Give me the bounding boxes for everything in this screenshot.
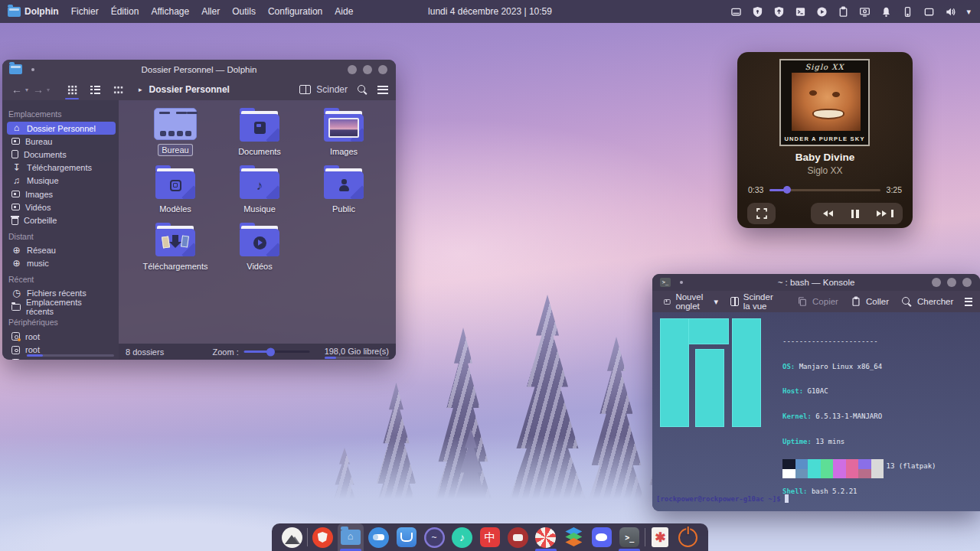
close-button[interactable] xyxy=(378,65,387,74)
sidebar-item-telechargements[interactable]: ↧Téléchargements xyxy=(7,161,116,174)
dock-toggle-settings[interactable] xyxy=(365,523,391,551)
next-button[interactable] xyxy=(877,210,893,217)
sidebar-item-bureau[interactable]: Bureau xyxy=(7,135,116,148)
menu-edition[interactable]: Édition xyxy=(105,6,145,17)
split-view-button[interactable]: Scinder la vue xyxy=(727,292,784,311)
dock-power-off[interactable] xyxy=(675,523,701,551)
konsole-titlebar[interactable]: >_ ~ : bash — Konsole xyxy=(652,274,980,291)
menu-fichier[interactable]: Fichier xyxy=(65,6,105,17)
drop-down-terminal-icon[interactable] xyxy=(795,6,806,18)
folder-telechargements[interactable]: Téléchargements xyxy=(133,223,217,280)
minimize-button[interactable] xyxy=(932,278,941,287)
minimize-button[interactable] xyxy=(348,65,357,74)
dock-app-launcher[interactable] xyxy=(279,523,305,551)
sidebar-item-documents[interactable]: Documents xyxy=(7,148,116,161)
back-button[interactable]: ← xyxy=(10,83,24,96)
expand-caret-icon[interactable]: ▾ xyxy=(966,7,971,17)
folder-images[interactable]: Images xyxy=(302,108,386,165)
breadcrumb[interactable]: Dossier Personnel xyxy=(149,84,230,95)
media-playing-icon[interactable] xyxy=(816,6,828,18)
close-button[interactable] xyxy=(962,278,972,287)
forward-caret-icon[interactable]: ▾ xyxy=(47,86,50,93)
folder-bureau[interactable]: Bureau xyxy=(133,108,217,165)
zoom-slider[interactable] xyxy=(244,350,310,353)
panel-window-icon[interactable] xyxy=(730,6,742,18)
sidebar-item-images[interactable]: Images xyxy=(7,187,116,201)
dock-layers-app[interactable] xyxy=(560,523,586,551)
dock-dolphin[interactable] xyxy=(338,523,364,551)
dock-chinese-app[interactable]: 中 xyxy=(477,523,503,551)
folder-public[interactable]: Public xyxy=(302,165,386,223)
elapsed-time: 0:33 xyxy=(748,185,763,194)
forward-button[interactable]: → xyxy=(31,83,45,96)
details-view-button[interactable] xyxy=(86,81,104,98)
split-button[interactable]: Scinder xyxy=(299,84,348,95)
menu-aide[interactable]: Aide xyxy=(328,6,359,17)
sidebar-item-corbeille[interactable]: Corbeille xyxy=(7,214,116,227)
sidebar-item-music-share[interactable]: ⊕music xyxy=(7,257,116,270)
dolphin-app-icon[interactable] xyxy=(8,7,21,17)
neofetch-separator: ----------------------- xyxy=(782,337,957,346)
zoom-label: Zoom : xyxy=(212,347,238,357)
pause-button[interactable] xyxy=(851,210,859,218)
dock-konsole[interactable]: >_ xyxy=(616,523,642,551)
menu-outils[interactable]: Outils xyxy=(226,6,262,17)
terminal-color-palette xyxy=(782,459,884,478)
back-caret-icon[interactable]: ▾ xyxy=(25,86,28,93)
sidebar-item-emplacements-recents[interactable]: Emplacements récents xyxy=(7,300,116,313)
dock-music-player[interactable]: ♪ xyxy=(449,523,475,551)
touchpad-icon[interactable] xyxy=(923,6,935,18)
hamburger-menu-button[interactable] xyxy=(965,298,972,306)
menu-aller[interactable]: Aller xyxy=(195,6,226,17)
previous-button[interactable] xyxy=(820,210,833,217)
copy-button[interactable]: Copier xyxy=(793,296,842,307)
updates-shield-icon[interactable] xyxy=(773,6,785,18)
paste-button[interactable]: Coller xyxy=(847,296,893,307)
clock[interactable]: lundi 4 décembre 2023 | 10:59 xyxy=(428,6,552,17)
maximize-button[interactable] xyxy=(363,65,372,74)
clipboard-icon[interactable] xyxy=(838,6,849,18)
fullscreen-icon xyxy=(756,208,767,219)
sidebar-item-audiotheque[interactable]: Audiothèque xyxy=(7,357,116,360)
dock-brave-browser[interactable] xyxy=(309,523,335,551)
compact-view-button[interactable] xyxy=(109,81,127,98)
sidebar-item-reseau[interactable]: ⊕Réseau xyxy=(7,244,116,257)
volume-icon[interactable] xyxy=(945,6,956,18)
new-tab-button[interactable]: Nouvel onglet ▾ xyxy=(660,292,722,311)
search-icon xyxy=(901,296,913,308)
maximize-button[interactable] xyxy=(947,278,956,287)
dock-striped-ball-audio-app[interactable] xyxy=(533,523,559,551)
dock-discord[interactable] xyxy=(589,523,615,551)
manjaro-logo xyxy=(660,318,767,427)
sidebar-item-dossier-personnel[interactable]: ⌂Dossier Personnel xyxy=(7,122,116,135)
search-button[interactable] xyxy=(357,84,368,96)
sidebar-item-musique[interactable]: ♫Musique xyxy=(7,174,116,187)
phone-icon[interactable] xyxy=(902,6,913,18)
folder-videos[interactable]: Vidéos xyxy=(217,223,302,280)
sidebar-item-videos[interactable]: Vidéos xyxy=(7,201,116,214)
folder-musique[interactable]: ♪ Musique xyxy=(217,165,302,223)
terminal-area[interactable]: ----------------------- OS: Manjaro Linu… xyxy=(652,312,980,511)
display-icon[interactable] xyxy=(859,6,871,18)
find-button[interactable]: Chercher xyxy=(897,296,957,308)
folder-documents[interactable]: Documents xyxy=(217,108,302,165)
menu-configuration[interactable]: Configuration xyxy=(262,6,328,17)
folder-modeles[interactable]: Modèles xyxy=(133,165,217,223)
dock-discover[interactable] xyxy=(394,523,420,551)
notifications-bell-icon[interactable] xyxy=(880,6,892,18)
menu-affichage[interactable]: Affichage xyxy=(145,6,195,17)
fullscreen-button[interactable] xyxy=(747,203,776,224)
dock-red-media-app[interactable] xyxy=(505,523,531,551)
firewall-shield-icon[interactable] xyxy=(752,6,763,18)
dock-package-updates[interactable]: ✱ xyxy=(647,523,673,551)
total-time: 3:25 xyxy=(887,185,902,194)
desktop-folder-icon xyxy=(154,108,197,140)
sidebar-item-root-2[interactable]: root xyxy=(7,343,116,356)
dock-activity-monitor[interactable]: ~ xyxy=(421,523,447,551)
icons-view-button[interactable] xyxy=(63,81,81,98)
sidebar-item-root-1[interactable]: root xyxy=(7,330,116,343)
seek-slider[interactable] xyxy=(769,189,880,191)
hamburger-menu-button[interactable] xyxy=(377,86,388,94)
breadcrumb-arrow-icon[interactable]: ▸ xyxy=(139,86,142,93)
dolphin-titlebar[interactable]: Dossier Personnel — Dolphin xyxy=(2,60,396,79)
